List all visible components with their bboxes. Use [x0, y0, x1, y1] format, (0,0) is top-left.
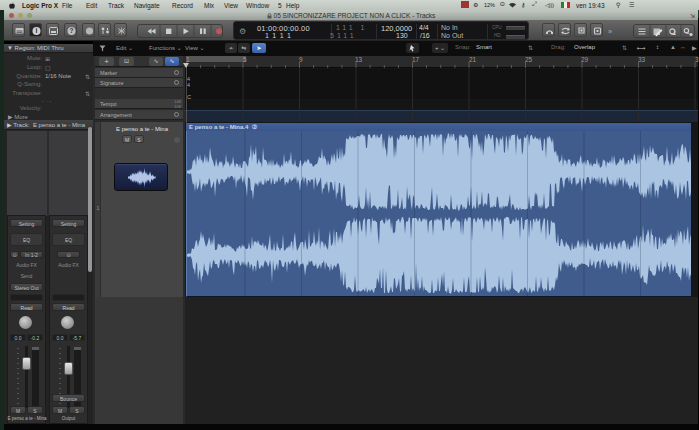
svg-text:?: ? [70, 27, 74, 34]
svg-text:i: i [36, 27, 38, 34]
